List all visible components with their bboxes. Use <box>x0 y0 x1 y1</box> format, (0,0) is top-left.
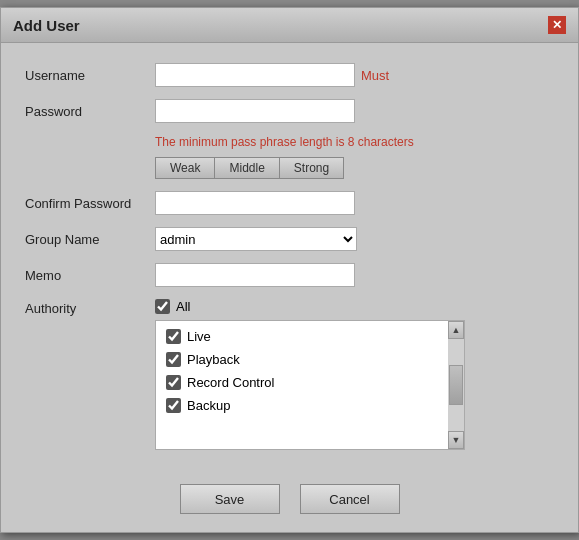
username-input[interactable] <box>155 63 355 87</box>
record-control-label: Record Control <box>187 375 274 390</box>
all-checkbox[interactable] <box>155 299 170 314</box>
live-label: Live <box>187 329 211 344</box>
list-item: Playback <box>162 348 458 371</box>
cancel-button[interactable]: Cancel <box>300 484 400 514</box>
backup-checkbox[interactable] <box>166 398 181 413</box>
backup-label: Backup <box>187 398 230 413</box>
middle-button[interactable]: Middle <box>214 157 278 179</box>
dialog-footer: Save Cancel <box>1 470 578 532</box>
authority-label: Authority <box>25 299 155 316</box>
dialog-body: Username Must Password The minimum pass … <box>1 43 578 470</box>
memo-row: Memo <box>25 263 554 287</box>
password-input[interactable] <box>155 99 355 123</box>
authority-section: Authority All Live Playback <box>25 299 554 450</box>
list-item: Backup <box>162 394 458 417</box>
confirm-password-row: Confirm Password <box>25 191 554 215</box>
playback-checkbox[interactable] <box>166 352 181 367</box>
dialog-title-bar: Add User ✕ <box>1 8 578 43</box>
live-checkbox[interactable] <box>166 329 181 344</box>
list-item: Record Control <box>162 371 458 394</box>
scroll-down-arrow[interactable]: ▼ <box>448 431 464 449</box>
all-checkbox-row: All <box>155 299 554 314</box>
confirm-password-input[interactable] <box>155 191 355 215</box>
authority-content: All Live Playback R <box>155 299 554 450</box>
password-hint: The minimum pass phrase length is 8 char… <box>155 135 554 149</box>
strong-button[interactable]: Strong <box>279 157 344 179</box>
dialog-title-text: Add User <box>13 17 80 34</box>
strength-buttons-group: Weak Middle Strong <box>155 157 554 179</box>
memo-input[interactable] <box>155 263 355 287</box>
close-button[interactable]: ✕ <box>548 16 566 34</box>
authority-list-inner: Live Playback Record Control Backup <box>156 321 464 421</box>
password-label: Password <box>25 104 155 119</box>
add-user-dialog: Add User ✕ Username Must Password The mi… <box>0 7 579 533</box>
record-control-checkbox[interactable] <box>166 375 181 390</box>
list-item: Live <box>162 325 458 348</box>
group-name-row: Group Name admin <box>25 227 554 251</box>
group-name-select[interactable]: admin <box>155 227 357 251</box>
playback-label: Playback <box>187 352 240 367</box>
save-button[interactable]: Save <box>180 484 280 514</box>
all-label: All <box>176 299 190 314</box>
scroll-thumb[interactable] <box>449 365 463 405</box>
scrollbar: ▲ ▼ <box>448 321 464 449</box>
memo-label: Memo <box>25 268 155 283</box>
scroll-up-arrow[interactable]: ▲ <box>448 321 464 339</box>
authority-list: Live Playback Record Control Backup <box>155 320 465 450</box>
weak-button[interactable]: Weak <box>155 157 214 179</box>
must-indicator: Must <box>361 68 389 83</box>
confirm-password-label: Confirm Password <box>25 196 155 211</box>
username-label: Username <box>25 68 155 83</box>
password-row: Password <box>25 99 554 123</box>
username-row: Username Must <box>25 63 554 87</box>
group-name-label: Group Name <box>25 232 155 247</box>
